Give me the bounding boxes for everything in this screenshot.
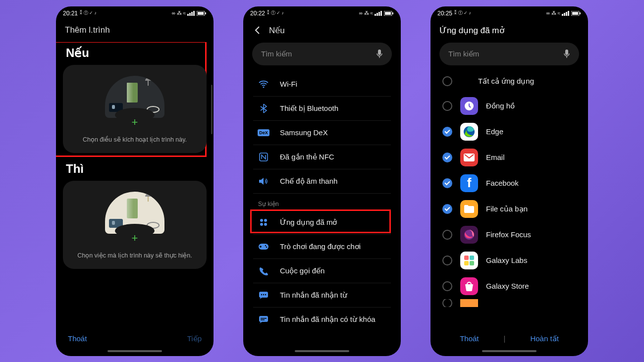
radio-unchecked[interactable] bbox=[442, 299, 452, 307]
bottom-bar: Thoát | Hoàn tất bbox=[430, 328, 588, 347]
then-card[interactable]: + Chọn việc mà lịch trình này sẽ thực hi… bbox=[63, 181, 207, 269]
svg-rect-34 bbox=[568, 11, 569, 16]
bottom-bar: Thoát Tiếp bbox=[56, 328, 214, 347]
done-button[interactable]: Hoàn tất bbox=[530, 334, 558, 343]
app-row[interactable]: Đồng hồ bbox=[437, 93, 581, 119]
radio-unchecked[interactable] bbox=[442, 76, 452, 86]
mic-icon[interactable] bbox=[563, 50, 570, 58]
exit-button[interactable]: Thoát bbox=[68, 334, 87, 343]
svg-point-23 bbox=[266, 246, 267, 247]
search-input[interactable]: Tìm kiếm bbox=[439, 43, 579, 65]
svg-point-22 bbox=[265, 245, 266, 246]
exit-button[interactable]: Thoát bbox=[460, 334, 479, 343]
status-bar: 20:25 ⁑ ⓕ ✓ ♪ ∞ ⁂ ≈ bbox=[430, 6, 588, 20]
radio-unchecked[interactable] bbox=[442, 256, 452, 265]
if-illustration bbox=[105, 76, 164, 118]
app-row[interactable]: Edge bbox=[437, 119, 581, 145]
app-row[interactable] bbox=[437, 299, 581, 307]
list-item-nfc[interactable]: Đã gắn thẻ NFC bbox=[253, 145, 391, 169]
scroll-indicator[interactable] bbox=[211, 85, 213, 134]
svg-rect-37 bbox=[580, 12, 581, 14]
list-item-sms-from[interactable]: Tin nhắn đã nhận từ bbox=[253, 283, 391, 308]
list-item-sound[interactable]: Chế độ âm thanh bbox=[253, 169, 391, 194]
signal-icon bbox=[375, 11, 382, 16]
app-name: File của bạn bbox=[486, 205, 528, 213]
game-icon bbox=[258, 241, 269, 252]
signal-icon bbox=[562, 11, 570, 16]
if-card-desc: Chọn điều sẽ kích hoạt lịch trình này. bbox=[83, 136, 187, 143]
radio-checked[interactable] bbox=[442, 153, 452, 162]
radio-checked[interactable] bbox=[442, 127, 452, 137]
page-title: Nếu bbox=[269, 25, 285, 36]
radio-unchecked[interactable] bbox=[442, 101, 452, 111]
nav-pill[interactable] bbox=[482, 350, 537, 352]
then-section-title: Thì bbox=[66, 162, 204, 176]
svg-rect-7 bbox=[375, 14, 376, 16]
status-time: 20:21 bbox=[63, 10, 78, 17]
plus-icon: + bbox=[132, 232, 138, 245]
app-row[interactable]: Email bbox=[437, 145, 581, 170]
sms-keyword-icon bbox=[258, 314, 269, 325]
svg-rect-8 bbox=[376, 13, 378, 16]
phone-screen-2: 20:22 ⁑ ⓕ ✓ ♪ ∞ ⁂ ≈ Nếu Tìm kiếm Wi-Fi T… bbox=[243, 6, 401, 356]
app-row[interactable]: File của bạn bbox=[437, 196, 581, 222]
app-icon bbox=[460, 299, 478, 307]
app-row-all[interactable]: Tất cả ứng dụng bbox=[437, 72, 581, 93]
app-row[interactable]: fFacebook bbox=[437, 170, 581, 196]
app-row[interactable]: Galaxy Store bbox=[437, 273, 581, 299]
dex-icon: DeX bbox=[258, 127, 269, 138]
phone-screen-1: 20:21 ⁑ ⓕ ✓ ♪ ∞ ⁂ ≈ Thêm l.trình Nếu + C… bbox=[56, 6, 214, 356]
list-item-game[interactable]: Trò chơi đang được chơi bbox=[253, 235, 391, 259]
list-item-call[interactable]: Cuộc gọi đến bbox=[253, 259, 391, 283]
next-button[interactable]: Tiếp bbox=[187, 334, 202, 343]
app-name: Edge bbox=[486, 127, 503, 136]
radio-checked[interactable] bbox=[442, 204, 452, 214]
if-card[interactable]: + Chọn điều sẽ kích hoạt lịch trình này. bbox=[63, 65, 207, 153]
page-title: Thêm l.trình bbox=[56, 20, 214, 42]
radio-unchecked[interactable] bbox=[442, 230, 452, 240]
svg-rect-3 bbox=[193, 11, 195, 16]
nav-pill[interactable] bbox=[295, 350, 349, 352]
mic-icon[interactable] bbox=[376, 50, 383, 58]
list-item-bluetooth[interactable]: Thiết bị Bluetooth bbox=[253, 97, 391, 121]
event-section-header: Sự kiện bbox=[253, 194, 391, 210]
app-name: Galaxy Store bbox=[486, 282, 529, 290]
divider: | bbox=[504, 334, 506, 343]
sms-icon bbox=[258, 290, 269, 301]
list-item-wifi[interactable]: Wi-Fi bbox=[253, 72, 391, 97]
status-time: 20:22 bbox=[250, 10, 265, 17]
svg-rect-45 bbox=[464, 261, 469, 265]
trigger-list: Wi-Fi Thiết bị Bluetooth DeX Samsung DeX… bbox=[250, 72, 394, 331]
app-icon bbox=[460, 277, 478, 295]
svg-rect-28 bbox=[259, 316, 268, 322]
app-name: Facebook bbox=[486, 179, 519, 187]
wifi-icon bbox=[258, 79, 269, 90]
list-item-dex[interactable]: DeX Samsung DeX bbox=[253, 121, 391, 145]
app-icon bbox=[460, 149, 478, 166]
app-list: Tất cả ứng dụng Đồng hồEdgeEmailfFaceboo… bbox=[437, 72, 581, 307]
status-bar: 20:21 ⁑ ⓕ ✓ ♪ ∞ ⁂ ≈ bbox=[56, 6, 214, 20]
highlight-box-app-opened bbox=[250, 209, 391, 233]
search-input[interactable]: Tìm kiếm bbox=[252, 43, 392, 65]
app-name: Đồng hồ bbox=[486, 102, 515, 110]
radio-unchecked[interactable] bbox=[442, 281, 452, 291]
svg-rect-33 bbox=[566, 12, 567, 16]
app-row[interactable]: Firefox Focus bbox=[437, 222, 581, 248]
then-illustration bbox=[105, 192, 164, 234]
plus-icon: + bbox=[132, 116, 138, 129]
svg-point-25 bbox=[261, 294, 262, 295]
list-label: Trò chơi đang được chơi bbox=[280, 242, 361, 251]
list-item-sms-keyword[interactable]: Tin nhắn đã nhận có từ khóa bbox=[253, 308, 391, 331]
svg-rect-12 bbox=[385, 12, 391, 15]
app-row[interactable]: Galaxy Labs bbox=[437, 248, 581, 273]
radio-checked[interactable] bbox=[442, 178, 452, 188]
svg-point-15 bbox=[263, 86, 265, 88]
back-button[interactable] bbox=[252, 25, 262, 35]
phone-screen-3: 20:25 ⁑ ⓕ ✓ ♪ ∞ ⁂ ≈ Ứng dụng đã mở Tìm k… bbox=[430, 6, 588, 356]
app-name: Email bbox=[486, 153, 505, 161]
svg-rect-2 bbox=[191, 12, 193, 16]
svg-rect-13 bbox=[392, 12, 393, 14]
nfc-icon bbox=[258, 152, 269, 162]
nav-pill[interactable] bbox=[107, 350, 162, 352]
list-item-app-opened[interactable]: Ứng dụng đã mở bbox=[253, 210, 391, 235]
